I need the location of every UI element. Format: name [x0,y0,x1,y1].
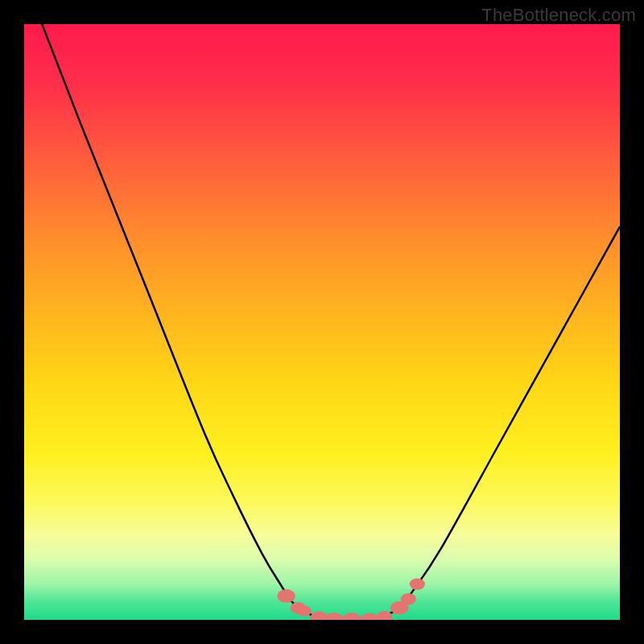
watermark-text: TheBottleneck.com [481,5,636,26]
data-marker [361,613,378,620]
bottleneck-curve [42,24,620,620]
chart-svg [24,24,620,620]
marker-group [278,578,426,620]
data-marker [401,593,416,605]
data-marker [324,613,344,620]
curve-group [42,24,620,620]
data-marker [410,578,425,589]
data-marker [278,589,295,603]
data-marker [297,605,312,616]
data-marker [342,613,361,620]
